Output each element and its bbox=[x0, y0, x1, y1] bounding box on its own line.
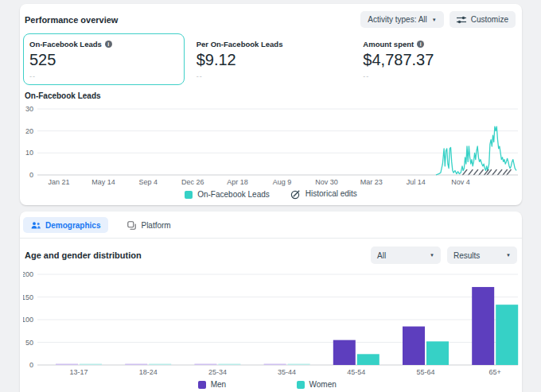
legend-label: On-Facebook Leads bbox=[197, 190, 270, 199]
svg-text:13-17: 13-17 bbox=[69, 368, 88, 376]
metric-sub-value: -- bbox=[29, 72, 178, 80]
legend-item-historical-edits: Historical edits bbox=[290, 189, 357, 200]
svg-text:Mar 23: Mar 23 bbox=[360, 178, 383, 186]
metric-label-text: On-Facebook Leads bbox=[29, 40, 102, 49]
tab-bar: Demographics Platform bbox=[20, 212, 522, 239]
svg-text:200: 200 bbox=[23, 270, 33, 278]
svg-text:Sep 4: Sep 4 bbox=[138, 178, 158, 186]
tab-label: Demographics bbox=[45, 221, 100, 230]
tab-label: Platform bbox=[141, 221, 170, 230]
customize-icon bbox=[457, 16, 466, 24]
activity-types-label: Activity types: All bbox=[368, 15, 426, 24]
metric-label: Amount spent i bbox=[363, 40, 512, 49]
page-title: Performance overview bbox=[25, 15, 118, 25]
legend-item-men: Men 59% (312) bbox=[198, 380, 246, 392]
svg-text:18-24: 18-24 bbox=[139, 368, 158, 376]
line-chart-title: On-Facebook Leads bbox=[20, 85, 522, 102]
legend-item-leads: On-Facebook Leads bbox=[185, 190, 270, 199]
svg-text:45-54: 45-54 bbox=[347, 368, 365, 376]
svg-text:Aug 9: Aug 9 bbox=[273, 178, 292, 186]
dropdown-label: All bbox=[377, 251, 386, 260]
metric-sub-value: -- bbox=[197, 72, 345, 80]
activity-types-dropdown[interactable]: Activity types: All ▼ bbox=[360, 11, 443, 28]
legend-item-women: Women 40% (210) bbox=[297, 380, 344, 392]
dropdown-label: Results bbox=[453, 251, 480, 260]
tab-demographics[interactable]: Demographics bbox=[23, 217, 108, 233]
svg-text:150: 150 bbox=[23, 293, 33, 301]
metric-label: On-Facebook Leads i bbox=[29, 40, 178, 49]
svg-text:100: 100 bbox=[23, 316, 33, 324]
metric-value: 525 bbox=[29, 51, 178, 69]
svg-text:25-34: 25-34 bbox=[208, 368, 227, 376]
svg-text:50: 50 bbox=[25, 339, 33, 347]
customize-button[interactable]: Customize bbox=[450, 11, 516, 28]
svg-text:10: 10 bbox=[25, 149, 33, 157]
header-actions: Activity types: All ▼ Customize bbox=[360, 11, 516, 28]
svg-text:Apr 18: Apr 18 bbox=[227, 178, 248, 186]
svg-text:35-44: 35-44 bbox=[278, 368, 296, 376]
page: Performance overview Activity types: All… bbox=[0, 0, 541, 392]
performance-header: Performance overview Activity types: All… bbox=[20, 4, 522, 31]
svg-text:Nov 4: Nov 4 bbox=[451, 178, 470, 186]
performance-overview-card: Performance overview Activity types: All… bbox=[20, 4, 522, 205]
legend-label: Men bbox=[211, 380, 246, 389]
metric-sub-value: -- bbox=[363, 72, 512, 80]
tab-platform[interactable]: Platform bbox=[119, 217, 178, 233]
metric-card-per-lead[interactable]: Per On-Facebook Leads $9.12 -- bbox=[190, 33, 352, 85]
svg-text:Nov 30: Nov 30 bbox=[315, 178, 338, 186]
teal-swatch-icon bbox=[297, 381, 305, 389]
metric-label-text: Per On-Facebook Leads bbox=[197, 40, 283, 49]
legend-label: Historical edits bbox=[306, 189, 357, 198]
metric-card-amount-spent[interactable]: Amount spent i $4,787.37 -- bbox=[356, 33, 518, 85]
age-gender-header: Age and gender distribution All ▼ Result… bbox=[20, 239, 522, 269]
svg-text:Dec 26: Dec 26 bbox=[181, 178, 204, 186]
svg-text:Jul 14: Jul 14 bbox=[407, 178, 426, 186]
section-title: Age and gender distribution bbox=[25, 250, 142, 260]
svg-text:May 14: May 14 bbox=[91, 178, 115, 186]
purple-swatch-icon bbox=[198, 381, 206, 389]
svg-text:30: 30 bbox=[25, 105, 33, 113]
platform-icon bbox=[127, 221, 136, 230]
chart-filters: All ▼ Results ▼ bbox=[371, 246, 517, 264]
svg-text:Jan 21: Jan 21 bbox=[48, 178, 69, 186]
svg-text:55-64: 55-64 bbox=[416, 368, 434, 376]
chevron-down-icon: ▼ bbox=[430, 253, 434, 258]
metric-cards: On-Facebook Leads i 525 -- Per On-Facebo… bbox=[20, 31, 522, 85]
chevron-down-icon: ▼ bbox=[432, 17, 437, 22]
line-chart-legend: On-Facebook Leads Historical edits bbox=[20, 189, 522, 200]
svg-text:0: 0 bbox=[29, 361, 33, 369]
chevron-down-icon: ▼ bbox=[506, 253, 511, 258]
breakdown-dropdown[interactable]: All ▼ bbox=[371, 246, 441, 264]
info-icon[interactable]: i bbox=[417, 41, 424, 48]
info-icon[interactable]: i bbox=[105, 41, 112, 48]
people-icon bbox=[31, 222, 41, 229]
metric-label-text: Amount spent bbox=[363, 40, 414, 49]
metric-dropdown[interactable]: Results ▼ bbox=[447, 246, 517, 264]
metric-card-on-facebook-leads[interactable]: On-Facebook Leads i 525 -- bbox=[23, 33, 185, 85]
customize-label: Customize bbox=[471, 15, 508, 24]
svg-text:65+: 65+ bbox=[489, 368, 501, 376]
svg-text:20: 20 bbox=[25, 127, 33, 135]
teal-swatch-icon bbox=[185, 191, 193, 199]
legend-label: Women bbox=[309, 380, 344, 389]
svg-text:0: 0 bbox=[29, 171, 33, 179]
age-gender-bar-chart: 05010015020013-1718-2425-3435-4445-5455-… bbox=[23, 269, 520, 377]
bar-chart-legend: Men 59% (312) Women 40% (210) bbox=[20, 380, 522, 392]
leads-line-chart: 0102030Jan 21May 14Sep 4Dec 26Apr 18Aug … bbox=[23, 102, 518, 186]
metric-label: Per On-Facebook Leads bbox=[197, 40, 345, 49]
metric-value: $4,787.37 bbox=[363, 51, 512, 69]
historical-edits-icon bbox=[290, 189, 301, 200]
metric-value: $9.12 bbox=[197, 51, 345, 69]
demographics-card: Demographics Platform Age and gender dis… bbox=[20, 212, 522, 392]
